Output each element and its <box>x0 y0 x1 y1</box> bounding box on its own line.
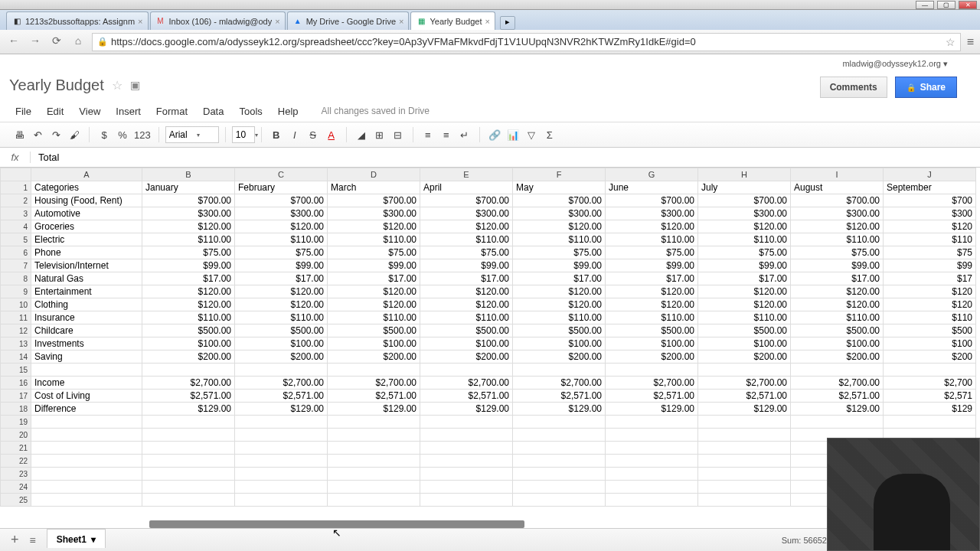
bold-button[interactable]: B <box>268 126 285 144</box>
cell[interactable] <box>328 442 420 455</box>
column-header[interactable]: D <box>328 168 420 181</box>
cell[interactable]: Clothing <box>31 298 142 311</box>
cell[interactable]: $300.00 <box>698 207 791 220</box>
cell[interactable]: $75.00 <box>235 246 328 259</box>
cell[interactable] <box>142 481 235 494</box>
cell[interactable] <box>31 494 142 507</box>
cell[interactable]: $100.00 <box>791 337 884 350</box>
cell[interactable] <box>606 416 698 429</box>
row-header[interactable]: 11 <box>1 311 31 324</box>
cell[interactable]: $110.00 <box>235 311 328 324</box>
cell[interactable] <box>420 468 513 481</box>
font-select[interactable]: Arial <box>165 126 219 143</box>
cell[interactable] <box>420 416 513 429</box>
all-sheets-button[interactable]: ≡ <box>30 534 36 546</box>
cell[interactable]: $129.00 <box>235 403 328 416</box>
cell[interactable]: $200.00 <box>420 350 513 364</box>
cell[interactable]: $2,571.00 <box>142 390 235 403</box>
close-icon[interactable]: × <box>275 17 279 26</box>
cell[interactable] <box>328 494 420 507</box>
cell[interactable] <box>31 364 142 377</box>
cell[interactable]: $100.00 <box>235 337 328 350</box>
column-header[interactable]: B <box>142 168 235 181</box>
window-close[interactable]: ✕ <box>959 1 977 9</box>
cell[interactable]: $17.00 <box>513 272 606 285</box>
cell[interactable] <box>606 481 698 494</box>
cell[interactable]: April <box>420 181 513 194</box>
cell[interactable]: $110.00 <box>142 233 235 246</box>
cell[interactable]: $100.00 <box>328 337 420 350</box>
comments-button[interactable]: Comments <box>820 77 887 98</box>
cell[interactable]: $120.00 <box>420 298 513 311</box>
star-icon[interactable]: ☆ <box>112 78 122 93</box>
cell[interactable]: Groceries <box>31 220 142 233</box>
cell[interactable]: $120.00 <box>142 298 235 311</box>
insert-link-button[interactable]: 🔗 <box>486 126 503 144</box>
cell[interactable] <box>513 364 606 377</box>
cell[interactable]: $110.00 <box>606 311 698 324</box>
cell[interactable]: $99.00 <box>791 259 884 272</box>
row-header[interactable]: 19 <box>1 416 31 429</box>
cell[interactable]: $700.00 <box>420 194 513 207</box>
cell[interactable]: $99.00 <box>328 259 420 272</box>
cell[interactable]: $75.00 <box>142 246 235 259</box>
cell[interactable]: $17.00 <box>606 272 698 285</box>
cell[interactable]: $17.00 <box>142 272 235 285</box>
cell[interactable]: $200.00 <box>328 350 420 364</box>
row-header[interactable]: 4 <box>1 220 31 233</box>
cell[interactable]: $110.00 <box>420 311 513 324</box>
cell[interactable]: July <box>698 181 791 194</box>
cell[interactable] <box>235 429 328 442</box>
cell[interactable]: $75.00 <box>791 246 884 259</box>
cell[interactable]: $120.00 <box>606 220 698 233</box>
column-header[interactable]: H <box>698 168 791 181</box>
cell[interactable]: $110.00 <box>606 233 698 246</box>
cell[interactable]: $129.00 <box>513 403 606 416</box>
cell[interactable] <box>513 468 606 481</box>
cell[interactable]: $100 <box>884 337 976 350</box>
cell[interactable] <box>235 364 328 377</box>
forward-button[interactable]: → <box>28 34 43 50</box>
cell[interactable] <box>31 455 142 468</box>
cell[interactable]: $110.00 <box>791 233 884 246</box>
cell[interactable] <box>791 364 884 377</box>
row-header[interactable]: 20 <box>1 429 31 442</box>
cell[interactable] <box>513 429 606 442</box>
cell[interactable] <box>698 442 791 455</box>
cell[interactable]: $99.00 <box>513 259 606 272</box>
cell[interactable]: $75.00 <box>606 246 698 259</box>
cell[interactable] <box>328 416 420 429</box>
column-header[interactable]: F <box>513 168 606 181</box>
cell[interactable] <box>698 416 791 429</box>
cell[interactable]: Cost of Living <box>31 390 142 403</box>
cell[interactable]: $700 <box>884 194 976 207</box>
cell[interactable]: $99.00 <box>698 259 791 272</box>
row-header[interactable]: 12 <box>1 324 31 337</box>
row-header[interactable]: 1 <box>1 181 31 194</box>
cell[interactable]: $300.00 <box>328 207 420 220</box>
cell[interactable]: Automotive <box>31 207 142 220</box>
cell[interactable] <box>142 416 235 429</box>
cell[interactable] <box>698 455 791 468</box>
menu-format[interactable]: Format <box>150 104 194 119</box>
cell[interactable]: Saving <box>31 350 142 364</box>
cell[interactable]: $300.00 <box>513 207 606 220</box>
row-header[interactable]: 6 <box>1 246 31 259</box>
menu-view[interactable]: View <box>73 104 106 119</box>
cell[interactable]: February <box>235 181 328 194</box>
close-icon[interactable]: × <box>399 17 403 26</box>
cell[interactable] <box>235 416 328 429</box>
cell[interactable]: $120.00 <box>513 220 606 233</box>
cell[interactable]: $129.00 <box>606 403 698 416</box>
cell[interactable]: $200 <box>884 350 976 364</box>
row-header[interactable]: 25 <box>1 494 31 507</box>
cell[interactable] <box>884 416 976 429</box>
undo-button[interactable]: ↶ <box>29 126 46 144</box>
cell[interactable]: $2,571.00 <box>698 390 791 403</box>
bookmark-star-icon[interactable]: ☆ <box>946 36 956 48</box>
cell[interactable] <box>698 364 791 377</box>
formula-input[interactable]: Total <box>31 152 980 163</box>
cell[interactable] <box>235 481 328 494</box>
cell[interactable]: $500 <box>884 324 976 337</box>
cell[interactable]: January <box>142 181 235 194</box>
